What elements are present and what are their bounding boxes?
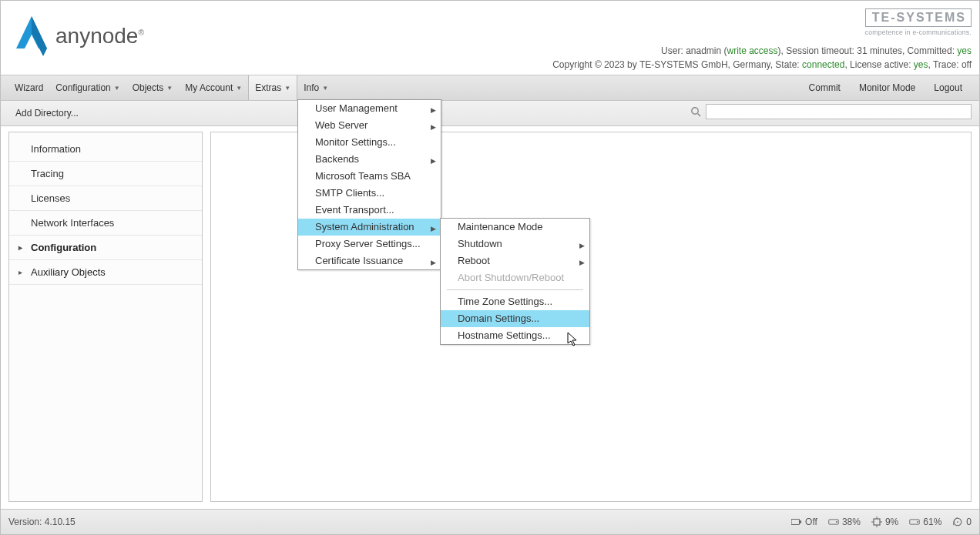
extras-event-transport[interactable]: Event Transport... — [298, 202, 441, 219]
footer-cpu-status[interactable]: 9% — [871, 517, 898, 527]
svg-rect-6 — [874, 519, 880, 525]
sidebar-item-network-interfaces[interactable]: Network Interfaces — [9, 211, 202, 236]
registered-mark: ® — [138, 28, 143, 37]
extras-certificate-issuance[interactable]: Certificate Issuance▶ — [298, 252, 441, 269]
footer-disk2-status[interactable]: 61% — [909, 517, 941, 527]
sysadmin-shutdown[interactable]: Shutdown▶ — [441, 236, 589, 252]
svg-point-0 — [692, 108, 698, 114]
svg-line-1 — [698, 114, 701, 117]
extras-user-management[interactable]: User Management▶ — [298, 100, 441, 117]
toolbar: Add Directory... — [1, 101, 979, 126]
system-administration-submenu: Maintenance Mode Shutdown▶ Reboot▶ Abort… — [440, 218, 590, 345]
chevron-right-icon: ▶ — [431, 223, 436, 234]
menubar: Wizard Configuration▼ Objects▼ My Accoun… — [1, 75, 979, 101]
caret-down-icon: ▼ — [114, 85, 120, 92]
sidebar-item-tracing[interactable]: Tracing — [9, 162, 202, 186]
caret-down-icon: ▼ — [284, 85, 290, 92]
chevron-right-icon: ▶ — [431, 155, 436, 166]
sidebar-item-licenses[interactable]: Licenses — [9, 186, 202, 211]
write-access-link[interactable]: write access — [727, 45, 778, 56]
sysadmin-domain-settings[interactable]: Domain Settings... — [441, 310, 589, 327]
svg-point-12 — [917, 521, 918, 523]
chevron-right-icon: ▸ — [18, 243, 22, 252]
menu-commit[interactable]: Commit — [800, 75, 850, 100]
menu-monitor-mode[interactable]: Monitor Mode — [850, 75, 925, 100]
chevron-right-icon: ▶ — [431, 257, 436, 268]
warning-icon — [952, 517, 963, 527]
footer-disk1-status[interactable]: 38% — [828, 517, 861, 527]
status-line-system: Copyright © 2023 by TE-SYSTEMS GmbH, Ger… — [552, 59, 972, 70]
menu-my-account[interactable]: My Account▼ — [179, 75, 248, 100]
network-icon — [791, 517, 802, 527]
cpu-icon — [871, 517, 882, 527]
menu-wizard[interactable]: Wizard — [8, 75, 49, 100]
caret-down-icon: ▼ — [236, 85, 242, 92]
menu-info[interactable]: Info▼ — [297, 75, 334, 100]
chevron-right-icon: ▶ — [431, 122, 436, 132]
anynode-logo-icon — [12, 15, 51, 58]
extras-system-administration[interactable]: System Administration▶ — [298, 219, 441, 236]
extras-ms-teams-sba[interactable]: Microsoft Teams SBA — [298, 168, 441, 185]
te-systems-logo-main: TE-SYSTEMS — [865, 8, 972, 27]
disk-icon — [909, 517, 920, 527]
footer-warning-status[interactable]: 0 — [952, 517, 972, 527]
svg-point-5 — [836, 521, 837, 523]
sidebar-item-auxiliary-objects[interactable]: ▸Auxiliary Objects — [9, 260, 202, 285]
chevron-right-icon: ▶ — [579, 240, 585, 251]
extras-backends[interactable]: Backends▶ — [298, 151, 441, 168]
menu-configuration[interactable]: Configuration▼ — [49, 75, 126, 100]
sysadmin-abort-shutdown-reboot: Abort Shutdown/Reboot — [441, 269, 589, 286]
product-name: anynode — [55, 24, 138, 48]
search-input[interactable] — [706, 104, 972, 119]
footer-network-status[interactable]: Off — [791, 517, 817, 527]
te-systems-logo: TE-SYSTEMS competence in e-communication… — [865, 8, 972, 36]
extras-dropdown: User Management▶ Web Server▶ Monitor Set… — [297, 99, 441, 270]
caret-down-icon: ▼ — [166, 85, 173, 92]
menu-objects[interactable]: Objects▼ — [126, 75, 180, 100]
extras-web-server[interactable]: Web Server▶ — [298, 117, 441, 134]
product-logo: anynode® — [12, 15, 144, 58]
svg-rect-2 — [791, 520, 800, 525]
te-systems-logo-sub: competence in e-communications. — [865, 28, 972, 36]
svg-rect-3 — [800, 520, 802, 523]
sidebar-item-information[interactable]: Information — [9, 137, 202, 162]
chevron-right-icon: ▶ — [431, 105, 436, 115]
menu-logout[interactable]: Logout — [925, 75, 972, 100]
add-directory-button[interactable]: Add Directory... — [8, 101, 85, 125]
extras-monitor-settings[interactable]: Monitor Settings... — [298, 134, 441, 151]
sidebar-item-configuration[interactable]: ▸Configuration — [9, 236, 202, 260]
footer: Version: 4.10.15 Off 38% 9% 61% 0 — [1, 509, 979, 534]
menu-extras[interactable]: Extras▼ — [248, 75, 297, 100]
sysadmin-time-zone-settings[interactable]: Time Zone Settings... — [441, 293, 589, 310]
status-line-user: User: anadmin (write access), Session ti… — [661, 45, 972, 56]
disk-icon — [828, 517, 839, 527]
extras-proxy-server-settings[interactable]: Proxy Server Settings... — [298, 236, 441, 252]
sysadmin-hostname-settings[interactable]: Hostname Settings... — [441, 327, 589, 344]
search-icon[interactable] — [690, 106, 701, 117]
version-label: Version: 4.10.15 — [8, 517, 76, 527]
caret-down-icon: ▼ — [322, 85, 328, 92]
svg-point-14 — [957, 521, 958, 523]
extras-smtp-clients[interactable]: SMTP Clients... — [298, 185, 441, 202]
sidebar: Information Tracing Licenses Network Int… — [8, 132, 203, 502]
sysadmin-maintenance-mode[interactable]: Maintenance Mode — [441, 219, 589, 236]
chevron-right-icon: ▶ — [579, 257, 585, 268]
sysadmin-reboot[interactable]: Reboot▶ — [441, 252, 589, 269]
menu-separator — [447, 289, 583, 290]
chevron-right-icon: ▸ — [18, 268, 22, 276]
